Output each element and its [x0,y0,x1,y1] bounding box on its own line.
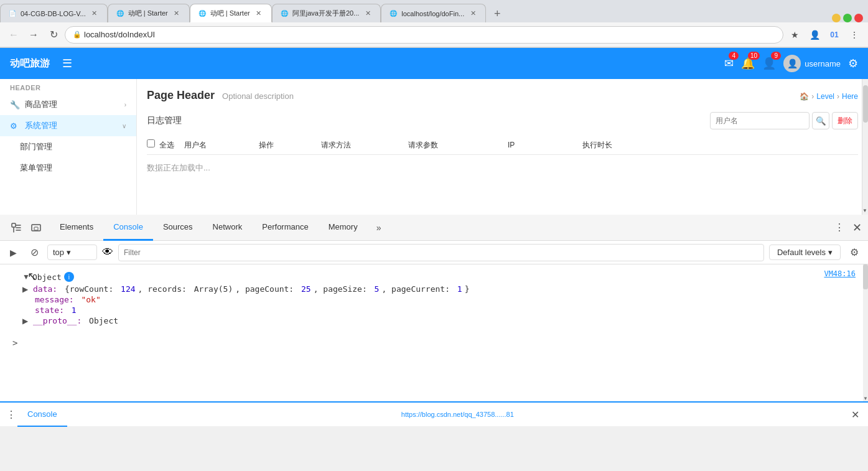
sidebar-item-menu[interactable]: 菜单管理 [0,157,136,179]
notification-badge[interactable]: 🔔 10 [741,57,755,70]
console-scroll-down-icon[interactable]: ▼ [863,396,868,401]
settings-icon[interactable]: ⚙ [848,57,858,70]
element-picker-icon[interactable] [7,219,25,236]
object-root-line: ▼ Object i [22,272,858,282]
tab-2[interactable]: 🌐 动吧 | Starter ✕ [108,4,190,22]
tab-4-close[interactable]: ✕ [363,9,373,19]
more-options-icon[interactable]: ⋮ [846,26,863,44]
tab-1-icon: 📄 [8,9,17,18]
bookmark-icon[interactable]: ★ [786,26,803,44]
context-selector[interactable]: top ▾ [47,245,97,260]
sidebar-item-dept[interactable]: 部门管理 [0,136,136,157]
data-comma4: , pageCurrent: [381,284,454,294]
eye-icon[interactable]: 👁 [102,246,113,259]
close-window-button[interactable] [854,14,863,22]
tab-1-close[interactable]: ✕ [90,9,100,19]
console-output: ↖ VM48:16 ▼ Object i ▶ data: {rowCount: … [0,264,868,401]
data-value: {rowCount: [60,284,118,294]
tab-network[interactable]: Network [203,215,253,241]
devtools-close-button[interactable]: ✕ [848,219,866,236]
filter-input[interactable] [118,244,764,261]
console-scrollbar-thumb[interactable] [863,264,868,289]
tab-5[interactable]: 🌐 localhost/log/doFin... ✕ [381,4,486,22]
context-dropdown-icon: ▾ [67,248,71,257]
proto-key: __proto__: [33,316,82,325]
message-property-line: message: "ok" [22,295,858,304]
tab-3-close[interactable]: ✕ [254,8,264,18]
select-all-checkbox[interactable] [147,139,155,147]
navigation-bar: ← → ↻ 🔒 localhost/doIndexUI ★ 👤 01 ⋮ [0,22,868,47]
breadcrumb-here: Here [842,92,858,101]
tab-4-icon: 🌐 [280,9,289,18]
mail-badge[interactable]: ✉ 4 [724,57,734,70]
more-tabs-button[interactable]: » [370,219,388,236]
user-area[interactable]: 👤 username [783,55,841,72]
devtools-panel: Elements Console Sources Network Perform… [0,215,868,401]
bottom-console-tab[interactable]: Console [17,402,67,427]
tab-3[interactable]: 🌐 动吧 | Starter ✕ [190,4,272,22]
search-button[interactable]: 🔍 [812,112,829,129]
tab-console[interactable]: Console [103,215,153,241]
forward-button[interactable]: → [25,26,42,44]
devtools-menu-button[interactable]: ⋮ [831,219,848,236]
data-close: } [465,284,470,294]
data-expand-icon[interactable]: ▶ [22,285,28,294]
responsive-design-icon[interactable] [27,219,45,236]
console-play-button[interactable]: ▶ [5,245,21,261]
hamburger-icon[interactable]: ☰ [62,57,72,70]
tab-elements-label: Elements [60,222,93,231]
back-button[interactable]: ← [5,26,22,44]
bottom-dots-icon[interactable]: ⋮ [5,408,17,421]
tab-1[interactable]: 📄 04-CGB-DB-LOG-V... ✕ [0,4,108,22]
tab-2-close[interactable]: ✕ [172,9,182,19]
object-expand-icon[interactable]: ▼ [22,273,30,281]
tab-network-label: Network [213,222,243,231]
proto-expand-icon[interactable]: ▶ [22,317,28,325]
header-exec-time: 执行时长 [582,140,657,151]
tab-5-close[interactable]: ✕ [468,9,478,19]
sidebar-system-label: 系统管理 [25,120,57,131]
page-header-area: Page Header Optional description 🏠 › Lev… [147,89,858,102]
sidebar-item-goods[interactable]: 🔧 商品管理 › [0,94,136,115]
scrollbar-down-arrow[interactable]: ▼ [862,206,868,215]
header-check[interactable]: 全选 [147,139,184,151]
console-block-button[interactable]: ⊘ [26,245,42,261]
user-badge[interactable]: 👤 9 [762,57,776,70]
bottom-close-button[interactable]: ✕ [848,407,863,422]
profile-icon[interactable]: 👤 [806,26,823,44]
extension-icon[interactable]: 01 [826,26,843,44]
tab-bar: 📄 04-CGB-DB-LOG-V... ✕ 🌐 动吧 | Starter ✕ … [0,0,868,22]
delete-button[interactable]: 删除 [832,112,858,129]
breadcrumb-sep1: › [811,92,814,101]
sidebar: HEADER 🔧 商品管理 › ⚙ 系统管理 ∨ 部门管理 菜单管理 [0,79,137,215]
tab-sources[interactable]: Sources [153,215,203,241]
proto-value: Object [84,316,118,325]
breadcrumb: 🏠 › Level › Here [800,92,858,101]
tab-performance[interactable]: Performance [252,215,318,241]
data-rowcount: 124 [121,284,135,294]
table-header: 全选 用户名 操作 请求方法 请求参数 IP 执行时长 [147,136,858,155]
data-comma2: , pageCount: [235,284,299,294]
scrollbar-thumb[interactable] [863,85,868,123]
loading-indicator: 数据正在加载中... [147,155,858,181]
tab-sources-label: Sources [163,222,193,231]
app-logo: 动吧旅游 [10,57,50,70]
address-bar[interactable]: 🔒 localhost/doIndexUI [65,26,783,44]
console-scrollbar-track[interactable]: ▼ [863,264,868,401]
new-tab-button[interactable]: + [488,5,506,22]
tab-memory[interactable]: Memory [319,215,368,241]
search-input[interactable] [710,112,810,129]
log-levels-selector[interactable]: Default levels ▾ [769,245,841,260]
minimize-button[interactable] [832,14,841,22]
console-location[interactable]: VM48:16 [824,269,856,278]
console-settings-icon[interactable]: ⚙ [846,244,863,261]
scrollbar-track[interactable]: ▼ [862,79,868,215]
tab-4[interactable]: 🌐 阿里java开发手册20... ✕ [272,4,381,22]
tab-elements[interactable]: Elements [50,215,103,241]
header-username: 用户名 [184,140,259,151]
tab-3-title: 动吧 | Starter [210,9,250,18]
refresh-button[interactable]: ↻ [45,26,62,44]
sidebar-item-system[interactable]: ⚙ 系统管理 ∨ [0,115,136,136]
main-content: Page Header Optional description 🏠 › Lev… [137,79,868,215]
maximize-button[interactable] [843,14,852,22]
